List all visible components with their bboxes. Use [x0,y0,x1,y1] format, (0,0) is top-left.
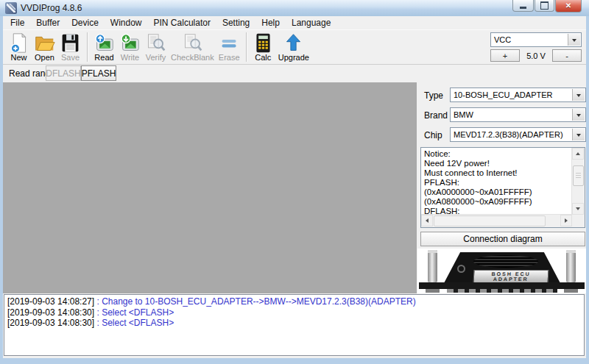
window-border [0,358,589,364]
adapter-photo: BOSH ECU ADAPTER [417,249,586,293]
scrollbar-thumb[interactable] [573,165,584,186]
read-range-row: Read range DFLASH PFLASH [3,64,586,82]
new-file-icon [8,32,29,54]
menu-item-setting[interactable]: Setting [216,17,255,29]
save-icon [60,32,81,54]
adapter-label: BOSH ECU ADAPTER [473,270,549,283]
scrollbar-thumb[interactable] [434,215,546,226]
notice-text: Notice:Need 12V power!Must connect to In… [421,148,571,214]
log-timestamp: [2019-09-03 14:08:30] [7,318,94,328]
horizontal-scrollbar[interactable] [421,214,572,227]
minimize-button[interactable] [512,0,534,12]
toolbar-button-write[interactable]: Write [117,32,143,63]
toolbar-button-label: Upgrade [278,53,309,62]
menu-item-device[interactable]: Device [66,17,105,29]
voltage-plus-button[interactable]: + [490,49,520,62]
open-folder-icon [34,32,55,54]
log-entry: [2019-09-03 14:08:30] : Select <DFLASH> [7,318,581,329]
chip-select[interactable]: MEVD17.2.3(B38)(ADAPTER) [450,127,586,142]
calculator-icon [253,32,274,54]
toolbar-button-checkblank[interactable]: CheckBlank [169,32,216,63]
minimize-icon [520,7,526,9]
verify-icon [145,32,166,54]
brand-label: Brand [424,110,448,121]
chip-label: Chip [424,130,442,140]
toolbar-button-upgrade[interactable]: Upgrade [276,32,311,63]
notice-line: DFLASH: [424,207,570,214]
notice-line: Need 12V power! [424,159,570,168]
toolbar-button-label: Write [121,53,139,62]
buffer-display-area [3,82,417,293]
chevron-down-icon[interactable] [572,129,585,140]
brand-value: BMW [451,108,585,119]
toolbar-button-label: Open [35,53,54,62]
close-button[interactable]: ✕ [555,0,582,13]
log-timestamp: [2019-09-03 14:08:27] [7,296,94,307]
notice-line: (0xA0800000~0xA09FFFFF) [424,197,570,207]
adapter-post [566,250,576,282]
toolbar-button-label: Erase [219,53,240,62]
triangle-down-icon [576,207,580,213]
adapter-label-line1: BOSH ECU [492,271,531,276]
scroll-down-button[interactable] [572,203,584,215]
scroll-right-button[interactable] [560,215,572,226]
toolbar-button-open[interactable]: Open [32,32,57,63]
log-separator: : [94,318,102,328]
log-timestamp: [2019-09-03 14:08:30] [7,307,94,318]
scroll-up-button[interactable] [572,148,584,160]
type-select[interactable]: 10-BOSH_ECU_ADAPTER [450,88,586,102]
toolbar-button-label: Save [61,53,80,62]
menu-item-pin-calculator[interactable]: PIN Calculator [148,17,216,29]
maximize-button[interactable] [535,0,554,12]
erase-icon [219,32,240,54]
adapter-screw [457,265,465,273]
type-value: 10-BOSH_ECU_ADAPTER [451,88,585,99]
toolbar-button-erase[interactable]: Erase [216,32,242,63]
maximize-icon [540,1,549,10]
voltage-source-select[interactable]: VCC [490,32,582,47]
notice-line: Notice: [424,149,570,159]
menu-item-window[interactable]: Window [105,17,148,29]
voltage-minus-button[interactable]: - [552,49,582,62]
type-label: Type [424,90,443,101]
toolbar-button-new[interactable]: New [6,32,32,63]
log-message: Select <DFLASH> [102,307,174,318]
connection-diagram-button[interactable]: Connection diagram [420,232,585,246]
toolbar-button-save[interactable]: Save [57,32,83,63]
triangle-right-icon [565,218,570,223]
toolbar-button-calc[interactable]: Calc [250,32,276,63]
adapter-label-line2: ADAPTER [493,276,529,282]
toolbar-separator [246,32,247,62]
type-field-row: Type 10-BOSH_ECU_ADAPTER [417,88,586,102]
log-message: Change to 10-BOSH_ECU_ADAPTER-->BMW-->ME… [102,296,416,307]
voltage-display: 5.0 V [520,49,552,62]
toolbar-button-label: New [10,53,27,62]
adapter-ribs [473,255,538,268]
title-bar[interactable]: VVDIProg 4.8.6 ✕ [0,0,589,17]
scroll-left-button[interactable] [421,215,433,226]
tab-dflash[interactable]: DFLASH [46,65,81,81]
chevron-down-icon[interactable] [572,109,585,121]
triangle-up-icon [576,150,580,155]
chip-field-row: Chip MEVD17.2.3(B38)(ADAPTER) [417,127,586,142]
menu-item-language[interactable]: Language [286,17,336,29]
menu-item-buffer[interactable]: Buffer [30,17,66,29]
toolbar-button-verify[interactable]: Verify [143,32,169,63]
toolbar-button-read[interactable]: Read [91,32,117,63]
toolbar-button-label: Read [94,53,113,62]
menu-item-file[interactable]: File [4,17,30,29]
upgrade-icon [283,32,304,54]
chevron-down-icon[interactable] [568,34,580,46]
menu-item-help[interactable]: Help [255,17,286,29]
brand-select[interactable]: BMW [450,107,586,122]
window-title: VVDIProg 4.8.6 [21,3,82,13]
adapter-base [419,282,585,289]
chevron-down-icon[interactable] [572,89,585,101]
window-controls: ✕ [512,0,582,13]
toolbar-button-label: CheckBlank [171,53,214,62]
toolbar-separator [87,32,88,62]
vertical-scrollbar[interactable] [571,148,585,215]
toolbar-button-label: Calc [255,53,271,62]
toolbar-button-label: Verify [146,53,166,62]
tab-pflash[interactable]: PFLASH [81,65,116,81]
